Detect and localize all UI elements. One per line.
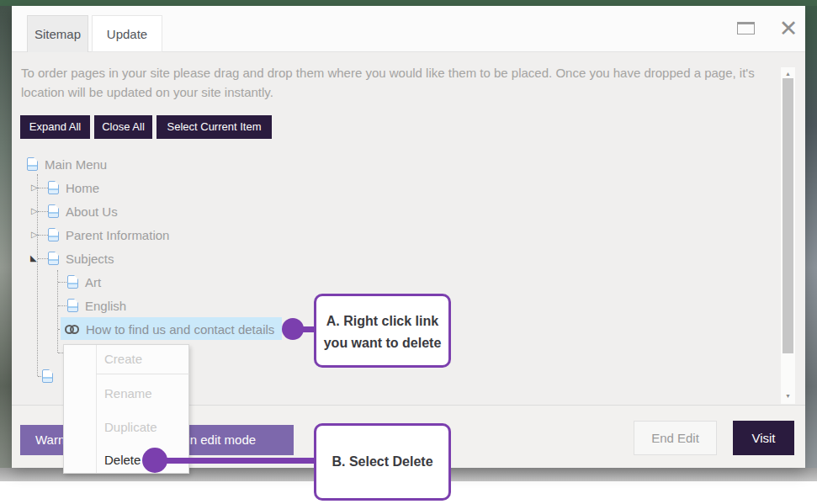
expanded-arrow-icon[interactable]: ◣ (30, 254, 37, 263)
tree-item-label: Main Menu (45, 157, 107, 172)
menu-item-duplicate: Duplicate (104, 414, 184, 441)
page-icon (48, 228, 59, 241)
menu-item-rename: Rename (104, 380, 184, 407)
menu-item-create: Create (104, 346, 184, 373)
tree-item-label: Subjects (66, 252, 114, 266)
tree-stub (38, 188, 48, 188)
tree-item-occluded[interactable] (42, 364, 53, 388)
tree-item-label: Parent Information (66, 228, 169, 242)
tree-item-how-to-find-us[interactable]: How to find us and contact details (65, 317, 274, 341)
maximize-icon[interactable] (737, 22, 755, 34)
select-current-item-button[interactable]: Select Current Item (157, 115, 272, 139)
expand-all-button[interactable]: Expand All (20, 115, 90, 139)
page-icon (48, 204, 59, 218)
context-menu: Create Rename Duplicate Delete (63, 344, 189, 474)
instructions-text: To order pages in your site please drag … (21, 63, 783, 102)
callout-a-line-2: you want to delete (316, 332, 448, 354)
tree-item-art[interactable]: Art (67, 270, 101, 294)
tree-item-home[interactable]: Home (48, 176, 99, 199)
tree-item-label: About Us (66, 204, 118, 219)
link-icon (65, 324, 79, 334)
tree-item-label: English (85, 299, 126, 313)
tree-stub (38, 211, 48, 212)
callout-b-dot (142, 448, 167, 473)
instructions-line-1: To order pages in your site please drag … (21, 63, 783, 82)
instructions-line-2: location will be updated on your site in… (21, 82, 783, 102)
tree-root-connector (37, 174, 38, 376)
tree-item-main-menu[interactable]: Main Menu (27, 152, 107, 176)
backdrop-top-bar (0, 0, 817, 6)
tree-item-label: How to find us and contact details (86, 322, 274, 337)
tree-item-english[interactable]: English (67, 294, 126, 317)
page-icon (67, 299, 78, 312)
tree-item-label: Home (66, 181, 99, 195)
backdrop-right-edge (805, 6, 817, 481)
tree-item-parent-information[interactable]: Parent Information (48, 223, 169, 247)
collapsed-arrow-icon[interactable]: ▷ (31, 231, 38, 239)
context-menu-gutter-divider (96, 345, 97, 473)
page-icon (48, 181, 59, 194)
callout-b-connector (155, 458, 315, 464)
callout-b-text: B. Select Delete (332, 454, 432, 469)
tree-item-label: Art (85, 275, 101, 289)
scrollbar-thumb[interactable] (783, 78, 793, 353)
tree-stub (38, 258, 48, 259)
callout-a: A. Right click link you want to delete (314, 294, 451, 368)
tree-stub (38, 235, 48, 236)
scrollbar-down-icon[interactable]: ▼ (781, 391, 795, 401)
tab-update[interactable]: Update (92, 15, 162, 52)
close-icon[interactable]: ✕ (776, 13, 801, 45)
page-icon (67, 275, 78, 289)
tab-sitemap[interactable]: Sitemap (27, 15, 88, 52)
callout-a-dot (282, 318, 304, 340)
callout-a-line-1: A. Right click link (316, 310, 448, 332)
collapsed-arrow-icon[interactable]: ▷ (31, 183, 38, 192)
callout-b: B. Select Delete (314, 423, 451, 501)
backdrop-left-edge (0, 6, 12, 481)
tree-stub (58, 305, 66, 306)
collapsed-arrow-icon[interactable]: ▷ (31, 207, 38, 215)
visit-button[interactable]: Visit (733, 421, 794, 455)
screen: Sitemap Update ✕ To order pages in your … (0, 0, 817, 504)
page-icon (27, 157, 38, 171)
context-menu-separator (96, 374, 189, 374)
close-all-button[interactable]: Close All (94, 115, 152, 139)
tree-item-subjects[interactable]: Subjects (48, 247, 114, 270)
tree-stub (58, 282, 66, 283)
page-icon (48, 252, 59, 265)
tree-item-about-us[interactable]: About Us (48, 199, 118, 223)
dialog-header: Sitemap Update ✕ (12, 6, 805, 52)
end-edit-button[interactable]: End Edit (634, 421, 717, 455)
page-icon (42, 369, 53, 383)
